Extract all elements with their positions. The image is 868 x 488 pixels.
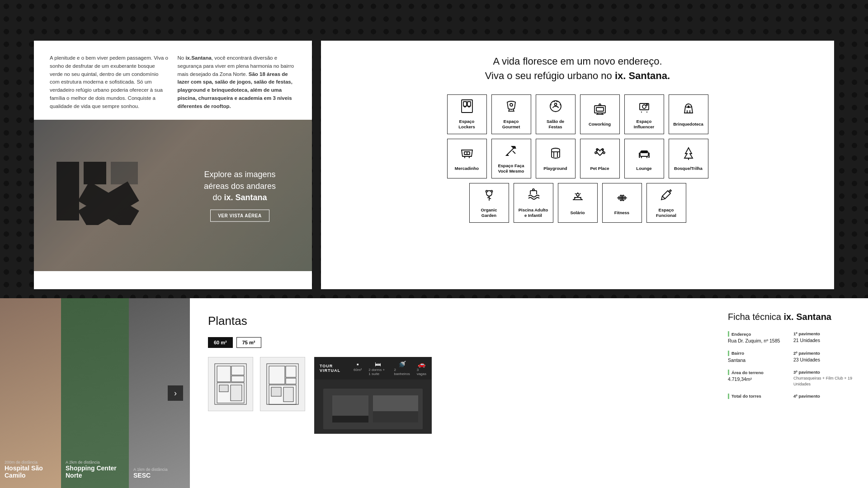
ficha-bairro-value: Santana	[728, 357, 789, 364]
svg-rect-6	[463, 102, 467, 106]
tour-stat-garage: 🚗 3 vagas	[417, 361, 426, 376]
svg-rect-45	[231, 385, 242, 401]
amenity-solario[interactable]: Solário	[558, 183, 598, 223]
ficha-4-pav-label: 4º pavimento	[793, 394, 854, 399]
svg-rect-52	[283, 387, 293, 402]
svg-rect-7	[467, 102, 471, 106]
slider-image-2: A 2km de distância Shopping Center Norte	[61, 298, 129, 488]
amenity-organic-garden[interactable]: OrganicGarden	[469, 183, 509, 223]
area-icon: ▪	[357, 361, 359, 368]
amenity-lounge[interactable]: Lounge	[624, 139, 664, 178]
playground-label: Playground	[543, 166, 567, 171]
piscina-label: Piscina Adultoe Infantil	[519, 207, 548, 219]
lounge-icon	[637, 145, 652, 163]
location-name-2: Shopping Center Norte	[66, 465, 124, 479]
amenity-salao-festas[interactable]: Salão deFestas	[536, 94, 576, 134]
building-brand: ix. Santana	[224, 192, 267, 202]
plantas-content: TOUR VIRTUAL ▪ 60m² 🛏 2 dorms + 1 suíte	[208, 357, 696, 434]
right-panel-heading: A vida floresce em um novo endereço. Viv…	[485, 54, 670, 83]
tour-virtual-box: TOUR VIRTUAL ▪ 60m² 🛏 2 dorms + 1 suíte	[314, 357, 432, 434]
left-panel-top: A plenitude e o bem viver pedem passagem…	[34, 41, 312, 120]
beds-icon: 🛏	[375, 361, 381, 368]
floor-plan-2	[260, 357, 305, 411]
amenity-brinquedoteca[interactable]: Brinquedoteca	[669, 94, 708, 134]
ficha-area: Área do terreno 4.719,34m²	[728, 370, 789, 387]
ficha-endereco: Endereço Rua Dr. Zuquim, nº 1585	[728, 331, 789, 344]
accent-bar-3	[728, 370, 729, 375]
building-heading: Explore as imagens aéreas dos andares do…	[204, 169, 276, 203]
ficha-1-pav-label: 1º pavimento	[793, 331, 854, 336]
tour-image-area	[314, 380, 432, 434]
plantas-title: Plantas	[208, 314, 696, 328]
svg-rect-57	[332, 416, 368, 422]
svg-point-12	[554, 103, 557, 105]
garden-icon	[481, 187, 497, 205]
coworking-icon	[592, 101, 608, 119]
left-panel: A plenitude e o bem viver pedem passagem…	[34, 41, 312, 289]
top-section: A plenitude e o bem viver pedem passagem…	[0, 0, 868, 298]
slider-image-1: 200m de distância Hospital São Camilo	[0, 298, 61, 488]
svg-point-19	[688, 106, 689, 108]
tour-stat-bath: 🚿 2 banheiros	[394, 361, 410, 376]
influencer-icon	[637, 99, 652, 116]
amenities-row-1: EspaçoLockers	[438, 94, 718, 134]
brand-name-heading: ix. Santana.	[615, 70, 670, 81]
lounge-label: Lounge	[636, 166, 651, 171]
bosque-icon	[681, 145, 696, 163]
amenity-espaco-lockers[interactable]: EspaçoLockers	[447, 94, 487, 134]
amenity-coworking[interactable]: Coworking	[580, 94, 620, 134]
tour-stat-beds: 🛏 2 dorms + 1 suíte	[368, 361, 387, 376]
right-text-column: No ix.Santana, você encontrará diversão …	[178, 54, 297, 111]
amenity-funcional[interactable]: EspaçoFuncional	[646, 183, 686, 223]
location-name-3: SESC	[133, 472, 185, 479]
garage-val: 3 vagas	[417, 368, 426, 376]
amenity-faca-voce-mesmo[interactable]: Espaço FaçaVocê Mesmo	[491, 139, 531, 178]
planta-tab-75[interactable]: 75 m²	[236, 337, 261, 348]
planta-tab-60[interactable]: 60 m²	[208, 337, 233, 348]
svg-line-35	[575, 193, 576, 194]
svg-point-17	[642, 105, 646, 108]
amenity-pet-place[interactable]: Pet Place	[580, 139, 620, 178]
piscina-icon	[526, 187, 541, 205]
vista-aerea-button[interactable]: VER VISTA AÉREA	[210, 210, 269, 222]
svg-rect-14	[596, 108, 604, 111]
pet-label: Pet Place	[590, 166, 609, 171]
amenity-fitness[interactable]: Fitness	[602, 183, 642, 223]
funcional-label: EspaçoFuncional	[656, 207, 676, 219]
tour-virtual-label: TOUR VIRTUAL	[320, 364, 349, 373]
accent-bar	[728, 331, 729, 337]
amenity-bosque-trilha[interactable]: Bosque/Trilha	[669, 139, 708, 178]
svg-rect-1	[84, 162, 106, 184]
svg-line-36	[580, 193, 580, 194]
distance-2: A 2km de distância	[66, 460, 124, 465]
faca-voce-icon	[504, 143, 519, 160]
amenity-playground[interactable]: Playground	[536, 139, 576, 178]
influencer-label: EspaçoInfluencer	[634, 119, 654, 130]
accent-bar-2	[728, 351, 729, 356]
distance-3: A 1km de distância	[133, 467, 185, 472]
highlighted-text: São 18 áreas de lazer com spa, salão de …	[178, 71, 292, 109]
brand-name-inline: ix.Santana	[185, 55, 212, 61]
tour-stat-area: ▪ 60m²	[354, 361, 362, 376]
amenity-influencer[interactable]: EspaçoInfluencer	[624, 94, 664, 134]
amenities-grid: EspaçoLockers	[438, 94, 718, 223]
svg-point-9	[468, 106, 469, 107]
svg-rect-44	[219, 385, 228, 392]
amenity-piscina[interactable]: Piscina Adultoe Infantil	[514, 183, 553, 223]
ficha-1-pav: 1º pavimento 21 Unidades	[793, 331, 854, 344]
ficha-title: Ficha técnica ix. Santana	[728, 312, 854, 322]
amenity-espaco-gourmet[interactable]: EspaçoGourmet	[491, 94, 531, 134]
svg-point-30	[533, 189, 534, 191]
svg-point-26	[603, 152, 605, 154]
slider-next-button[interactable]: ›	[168, 385, 183, 401]
ficha-area-value: 4.719,34m²	[728, 376, 789, 383]
ficha-endereco-value: Rua Dr. Zuquim, nº 1585	[728, 338, 789, 344]
garden-label: OrganicGarden	[481, 207, 497, 219]
left-description-text: A plenitude e o bem viver pedem passagem…	[50, 54, 169, 111]
accent-bar-4	[728, 394, 729, 399]
ficha-area-label: Área do terreno	[728, 370, 789, 375]
amenity-mercadinho[interactable]: Mercadinho	[447, 139, 487, 178]
right-panel-title: A vida floresce em um novo endereço. Viv…	[485, 54, 670, 83]
tour-stats: ▪ 60m² 🛏 2 dorms + 1 suíte 🚿 2 banheiros	[354, 361, 426, 376]
gourmet-icon	[504, 99, 519, 116]
